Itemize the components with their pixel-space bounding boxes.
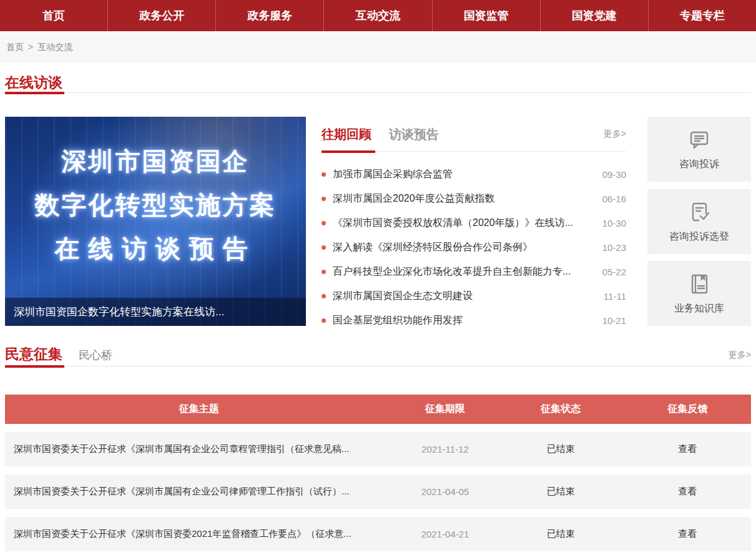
column-header-period: 征集期限 <box>393 403 497 416</box>
table-row: 深圳市国资委关于公开征求《深圳市属国有企业公司律师管理工作指引（试行）... 2… <box>5 474 751 509</box>
bullet-icon <box>322 318 326 323</box>
row-status: 已结束 <box>498 443 624 455</box>
nav-item-gov-services[interactable]: 政务服务 <box>216 0 324 31</box>
shortcut-cards: 咨询投诉 咨询投诉选登 业务知识库 <box>647 117 751 326</box>
row-topic-link[interactable]: 深圳市国资委关于公开征求《深圳市属国有企业公司章程管理指引（征求意见稿... <box>5 443 393 455</box>
interview-section-divider <box>5 92 751 94</box>
column-header-status: 征集状态 <box>498 403 624 416</box>
card-label: 业务知识库 <box>674 302 724 315</box>
news-title[interactable]: 百户科技型企业深化市场化改革提升自主创新能力专... <box>333 265 602 278</box>
news-title[interactable]: 加强市属国企采购综合监管 <box>333 168 602 181</box>
table-header-row: 征集主题 征集期限 征集状态 征集反馈 <box>5 395 751 424</box>
bullet-icon <box>322 245 326 250</box>
table-row: 深圳市国资委关于公开征求《深圳市属国有企业公司章程管理指引（征求意见稿... 2… <box>5 432 751 466</box>
opinion-tabs: 民意征集 民心桥 更多> <box>5 345 751 365</box>
nav-item-interaction[interactable]: 互动交流 <box>324 0 432 31</box>
list-item[interactable]: 国企基层党组织功能作用发挥 10-21 <box>322 308 626 333</box>
list-item[interactable]: 百户科技型企业深化市场化改革提升自主创新能力专... 05-22 <box>322 260 626 284</box>
row-feedback-link[interactable]: 查看 <box>624 528 751 540</box>
row-feedback-link[interactable]: 查看 <box>624 486 751 498</box>
list-item[interactable]: 《深圳市国资委授权放权清单（2020年版）》在线访... 10-30 <box>322 211 626 235</box>
nav-item-gov-disclosure[interactable]: 政务公开 <box>108 0 216 31</box>
banner-line-1: 深圳市国资国企 <box>5 139 306 183</box>
news-date: 06-16 <box>602 194 626 204</box>
interview-section-title: 在线访谈 <box>5 62 751 92</box>
opinion-section-divider <box>5 365 751 368</box>
card-label: 咨询投诉 <box>679 158 719 171</box>
tab-past-interviews[interactable]: 往期回顾 <box>322 126 371 143</box>
news-date: 10-23 <box>602 242 626 253</box>
bullet-icon <box>322 270 326 274</box>
banner-caption: 深圳市国资国企数字化转型实施方案在线访... <box>5 298 306 326</box>
breadcrumb-separator: > <box>28 42 33 52</box>
card-knowledge-base[interactable]: 业务知识库 <box>647 261 751 326</box>
list-item[interactable]: 深入解读《深圳经济特区股份合作公司条例》 10-23 <box>322 235 626 260</box>
news-title[interactable]: 深圳市属国企2020年度公益贡献指数 <box>333 192 602 205</box>
breadcrumb-home-link[interactable]: 首页 <box>6 42 24 52</box>
row-period: 2021-04-21 <box>393 529 497 539</box>
news-date: 11-11 <box>604 291 626 302</box>
interview-tab-divider <box>322 150 626 153</box>
list-item[interactable]: 加强市属国企采购综合监管 09-30 <box>322 162 626 187</box>
interview-more-link[interactable]: 更多> <box>604 129 626 140</box>
column-header-feedback: 征集反馈 <box>624 403 751 416</box>
news-title[interactable]: 《深圳市国资委授权放权清单（2020年版）》在线访... <box>333 217 602 230</box>
table-row: 深圳市国资委关于公开征求《深圳市国资委2021年监督稽查工作要点》（征求意...… <box>5 517 751 551</box>
card-consult-complaint[interactable]: 咨询投诉 <box>647 117 751 182</box>
opinion-table: 征集主题 征集期限 征集状态 征集反馈 深圳市国资委关于公开征求《深圳市属国有企… <box>5 395 751 551</box>
tab-upcoming-interviews[interactable]: 访谈预告 <box>389 126 439 143</box>
news-date: 09-30 <box>602 169 626 180</box>
bullet-icon <box>322 172 326 177</box>
opinion-more-link[interactable]: 更多> <box>729 350 751 361</box>
chat-bubble-icon <box>687 127 712 152</box>
news-date: 10-30 <box>602 218 626 228</box>
bullet-icon <box>322 221 326 225</box>
column-header-topic: 征集主题 <box>5 403 393 416</box>
interview-list: 加强市属国企采购综合监管 09-30 深圳市属国企2020年度公益贡献指数 06… <box>322 162 626 333</box>
news-date: 10-21 <box>602 315 626 326</box>
banner-line-3: 在线访谈预告 <box>5 227 306 270</box>
top-nav: 首页 政务公开 政务服务 互动交流 国资监管 国资党建 专题专栏 <box>0 0 756 31</box>
list-item[interactable]: 深圳市属国企2020年度公益贡献指数 06-16 <box>322 187 626 211</box>
card-consult-complaint-selected[interactable]: 咨询投诉选登 <box>647 189 751 254</box>
list-item[interactable]: 深圳市属国资国企生态文明建设 11-11 <box>322 284 626 308</box>
row-period: 2021-04-05 <box>393 486 497 497</box>
breadcrumb: 首页>互动交流 <box>0 31 756 62</box>
nav-item-soe-supervision[interactable]: 国资监管 <box>433 0 541 31</box>
bullet-icon <box>322 294 326 298</box>
row-feedback-link[interactable]: 查看 <box>624 443 751 455</box>
breadcrumb-current: 互动交流 <box>37 42 72 52</box>
news-title[interactable]: 深圳市属国资国企生态文明建设 <box>333 290 604 303</box>
news-title[interactable]: 国企基层党组织功能作用发挥 <box>333 314 602 327</box>
news-title[interactable]: 深入解读《深圳经济特区股份合作公司条例》 <box>333 241 602 254</box>
news-date: 05-22 <box>602 267 626 277</box>
tab-opinion-collection[interactable]: 民意征集 <box>5 345 62 364</box>
row-topic-link[interactable]: 深圳市国资委关于公开征求《深圳市属国有企业公司律师管理工作指引（试行）... <box>5 486 393 498</box>
knowledge-book-icon <box>687 272 712 297</box>
interview-tabs: 往期回顾 访谈预告 更多> <box>322 123 626 145</box>
row-period: 2021-11-12 <box>393 444 497 454</box>
row-topic-link[interactable]: 深圳市国资委关于公开征求《深圳市国资委2021年监督稽查工作要点》（征求意... <box>5 528 393 540</box>
banner-headline: 深圳市国资国企 数字化转型实施方案 在线访谈预告 <box>5 117 306 270</box>
bullet-icon <box>322 197 326 201</box>
card-label: 咨询投诉选登 <box>669 230 729 243</box>
interview-banner[interactable]: 深圳市国资国企 数字化转型实施方案 在线访谈预告 深圳市国资国企数字化转型实施方… <box>5 117 306 326</box>
banner-line-2: 数字化转型实施方案 <box>5 183 306 227</box>
row-status: 已结束 <box>498 528 624 540</box>
tab-minxin-bridge[interactable]: 民心桥 <box>79 348 112 363</box>
row-status: 已结束 <box>498 486 624 498</box>
nav-item-party-building[interactable]: 国资党建 <box>541 0 649 31</box>
nav-item-special-columns[interactable]: 专题专栏 <box>649 0 756 31</box>
nav-item-home[interactable]: 首页 <box>0 0 108 31</box>
document-check-icon <box>687 200 712 225</box>
